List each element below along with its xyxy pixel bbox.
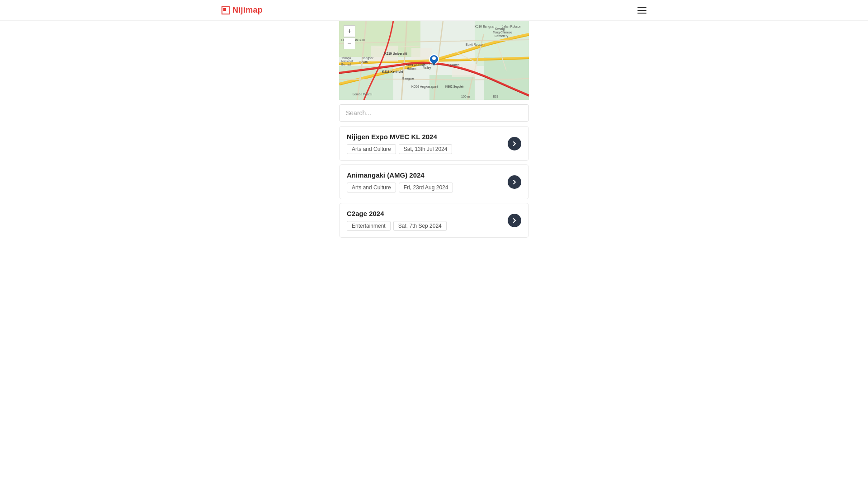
event-info: Animangaki (AMG) 2024 Arts and Culture F… bbox=[347, 171, 503, 192]
hamburger-line-1 bbox=[637, 7, 646, 8]
event-tags: Entertainment Sat, 7th Sep 2024 bbox=[347, 221, 503, 231]
svg-text:KD02 Angkasapuri: KD02 Angkasapuri bbox=[411, 85, 438, 89]
logo-link[interactable]: Nijimap bbox=[222, 5, 263, 15]
event-info: C2age 2024 Entertainment Sat, 7th Sep 20… bbox=[347, 210, 503, 231]
content-wrapper: Lemba Pantai E39 Kwong Tong Chinese Ceme… bbox=[339, 21, 529, 241]
svg-text:E39: E39 bbox=[493, 95, 499, 98]
event-list-item[interactable]: Nijigen Expo MVEC KL 2024 Arts and Cultu… bbox=[339, 126, 529, 161]
event-category-tag: Entertainment bbox=[347, 221, 391, 231]
svg-text:Bangsar: Bangsar bbox=[362, 56, 374, 60]
event-title: Nijigen Expo MVEC KL 2024 bbox=[347, 133, 503, 141]
svg-text:Jalan Robson: Jalan Robson bbox=[502, 25, 521, 28]
svg-rect-7 bbox=[411, 48, 432, 59]
event-list-item[interactable]: Animangaki (AMG) 2024 Arts and Culture F… bbox=[339, 164, 529, 199]
svg-text:KB01 Mid: KB01 Mid bbox=[423, 62, 436, 66]
svg-text:KJ16 Bangsar: KJ16 Bangsar bbox=[475, 25, 495, 28]
hamburger-line-3 bbox=[637, 13, 646, 14]
map-svg: Lemba Pantai E39 Kwong Tong Chinese Ceme… bbox=[339, 21, 529, 100]
hamburger-line-2 bbox=[637, 10, 646, 11]
logo-text: Nijimap bbox=[232, 5, 263, 15]
svg-text:Berhad: Berhad bbox=[341, 63, 351, 66]
event-date-tag: Fri, 23rd Aug 2024 bbox=[399, 183, 453, 192]
app-header: Nijimap bbox=[0, 0, 868, 21]
svg-text:KJ18 Kerinchi: KJ18 Kerinchi bbox=[382, 70, 403, 73]
hamburger-menu[interactable] bbox=[637, 7, 646, 14]
event-arrow-button[interactable] bbox=[508, 175, 521, 189]
zoom-in-button[interactable]: + bbox=[344, 25, 355, 37]
svg-text:Tong Chinese: Tong Chinese bbox=[493, 31, 512, 34]
svg-text:Cemetery: Cemetery bbox=[495, 34, 509, 38]
svg-text:Bukit Robson: Bukit Robson bbox=[466, 43, 485, 46]
svg-point-11 bbox=[432, 56, 436, 60]
main-content: Lemba Pantai E39 Kwong Tong Chinese Ceme… bbox=[0, 21, 868, 241]
event-date-tag: Sat, 13th Jul 2024 bbox=[399, 144, 453, 154]
logo-icon bbox=[222, 6, 230, 14]
svg-text:South: South bbox=[359, 61, 368, 64]
event-tags: Arts and Culture Sat, 13th Jul 2024 bbox=[347, 144, 503, 154]
event-category-tag: Arts and Culture bbox=[347, 183, 396, 192]
svg-text:Lemba Pantai: Lemba Pantai bbox=[353, 93, 373, 96]
map-zoom-controls: + − bbox=[344, 25, 355, 49]
svg-text:KJ19 Universiti: KJ19 Universiti bbox=[384, 52, 407, 55]
event-tags: Arts and Culture Fri, 23rd Aug 2024 bbox=[347, 183, 503, 192]
svg-text:Seputeh: Seputeh bbox=[448, 63, 459, 67]
svg-text:Valley: Valley bbox=[423, 66, 431, 70]
event-list: Nijigen Expo MVEC KL 2024 Arts and Cultu… bbox=[339, 126, 529, 241]
event-date-tag: Sat, 7th Sep 2024 bbox=[393, 221, 447, 231]
svg-text:KB02 Seputeh: KB02 Seputeh bbox=[445, 85, 464, 89]
svg-text:Bangsar: Bangsar bbox=[402, 77, 415, 80]
event-title: C2age 2024 bbox=[347, 210, 503, 217]
search-input[interactable] bbox=[339, 104, 529, 122]
zoom-out-button[interactable]: − bbox=[344, 38, 355, 49]
svg-text:100 m: 100 m bbox=[461, 95, 470, 98]
svg-text:Hukum: Hukum bbox=[407, 67, 416, 70]
svg-text:Nasional: Nasional bbox=[341, 60, 353, 63]
event-category-tag: Arts and Culture bbox=[347, 144, 396, 154]
event-arrow-button[interactable] bbox=[508, 214, 521, 227]
map-container[interactable]: Lemba Pantai E39 Kwong Tong Chinese Ceme… bbox=[339, 21, 529, 100]
event-list-item[interactable]: C2age 2024 Entertainment Sat, 7th Sep 20… bbox=[339, 203, 529, 238]
search-container bbox=[339, 100, 529, 126]
event-title: Animangaki (AMG) 2024 bbox=[347, 171, 503, 179]
event-arrow-button[interactable] bbox=[508, 137, 521, 150]
event-info: Nijigen Expo MVEC KL 2024 Arts and Cultu… bbox=[347, 133, 503, 154]
